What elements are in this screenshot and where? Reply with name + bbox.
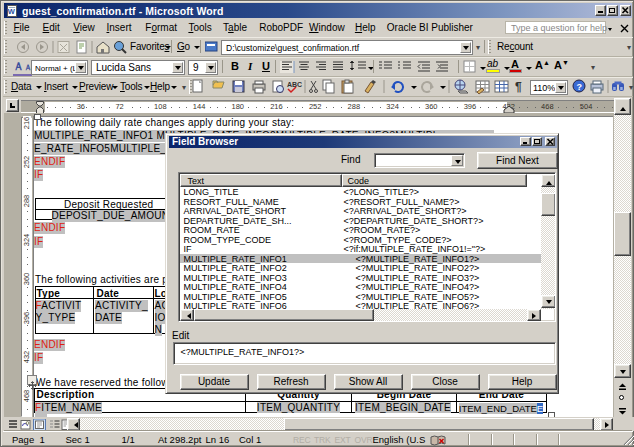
svg-text:?: ? [577,82,583,92]
svg-text:¶: ¶ [515,80,522,94]
svg-text:W: W [8,7,16,16]
svg-text:ABC: ABC [287,81,302,88]
